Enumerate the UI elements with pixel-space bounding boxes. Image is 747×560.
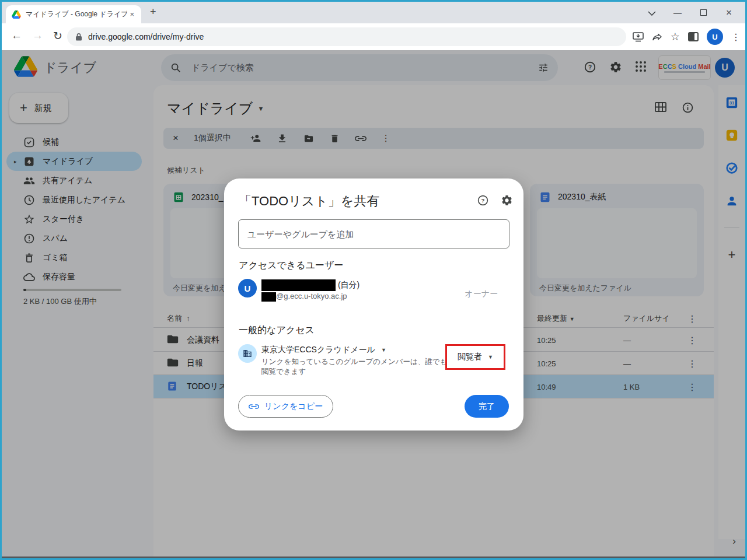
- done-button[interactable]: 完了: [465, 395, 509, 418]
- minimize-button[interactable]: —: [665, 8, 690, 18]
- add-people-input[interactable]: [238, 219, 509, 249]
- browser-tab[interactable]: マイドライブ - Google ドライブ ×: [6, 5, 141, 23]
- dialog-settings-icon[interactable]: [501, 194, 513, 206]
- new-tab-button[interactable]: +: [150, 6, 156, 18]
- redacted-email: [261, 292, 276, 302]
- svg-text:?: ?: [481, 197, 485, 204]
- group-avatar: [238, 344, 257, 363]
- owner-role-label: オーナー: [465, 289, 498, 299]
- share-icon[interactable]: [652, 32, 662, 41]
- caret-down-icon: ▼: [488, 354, 493, 360]
- install-icon[interactable]: [633, 32, 644, 42]
- access-heading: アクセスできるユーザー: [239, 260, 343, 272]
- bookmark-star-icon[interactable]: ☆: [671, 30, 680, 43]
- drive-favicon-icon: [12, 10, 21, 19]
- copy-link-button[interactable]: リンクをコピー: [238, 395, 333, 418]
- close-window-button[interactable]: ×: [716, 7, 742, 19]
- address-bar[interactable]: drive.google.com/drive/my-drive: [67, 27, 626, 46]
- tab-close-icon[interactable]: ×: [127, 10, 137, 19]
- reload-icon[interactable]: ↻: [53, 29, 62, 43]
- building-icon: [243, 349, 252, 358]
- forward-icon[interactable]: →: [32, 29, 43, 42]
- caret-down-icon: ▼: [381, 347, 386, 353]
- browser-window: マイドライブ - Google ドライブ × + — × ← → ↻ drive…: [0, 0, 747, 560]
- maximize-button[interactable]: [690, 8, 716, 18]
- side-panel-icon[interactable]: [688, 32, 699, 41]
- group-access-description: リンクを知っているこのグループのメンバーは、誰でも閲覧できます: [261, 357, 449, 377]
- lock-icon: [75, 33, 82, 41]
- browser-titlebar: マイドライブ - Google ドライブ × + — ×: [2, 2, 745, 23]
- owner-name: (自分): [261, 279, 359, 291]
- link-icon: [249, 404, 259, 410]
- dialog-title: 「TODOリスト」を共有: [239, 192, 379, 210]
- browser-toolbar: ← → ↻ drive.google.com/drive/my-drive ☆ …: [2, 23, 745, 50]
- owner-avatar: U: [238, 279, 257, 298]
- group-access-name[interactable]: 東京大学ECCSクラウドメール ▼: [261, 345, 386, 355]
- role-dropdown-highlighted[interactable]: 閲覧者 ▼: [445, 344, 505, 370]
- url-text: drive.google.com/drive/my-drive: [88, 32, 204, 41]
- back-icon[interactable]: ←: [11, 29, 22, 42]
- tab-search-icon[interactable]: [639, 8, 665, 18]
- browser-profile-avatar[interactable]: U: [707, 29, 723, 45]
- browser-menu-icon[interactable]: ⋮: [731, 32, 741, 43]
- drive-app: ドライブ ドライブで検索 ? ECCS Cloud Mail: [2, 50, 745, 556]
- general-access-heading: 一般的なアクセス: [239, 324, 315, 337]
- redacted-name: [261, 279, 336, 291]
- owner-email: @g.ecc.u-tokyo.ac.jp: [261, 292, 347, 302]
- tab-title: マイドライブ - Google ドライブ: [26, 9, 127, 19]
- window-bottom-edge: [2, 556, 745, 558]
- dialog-help-icon[interactable]: ?: [477, 194, 489, 206]
- share-dialog: 「TODOリスト」を共有 ? アクセスできるユーザー U (自分) @g.ecc…: [224, 178, 523, 430]
